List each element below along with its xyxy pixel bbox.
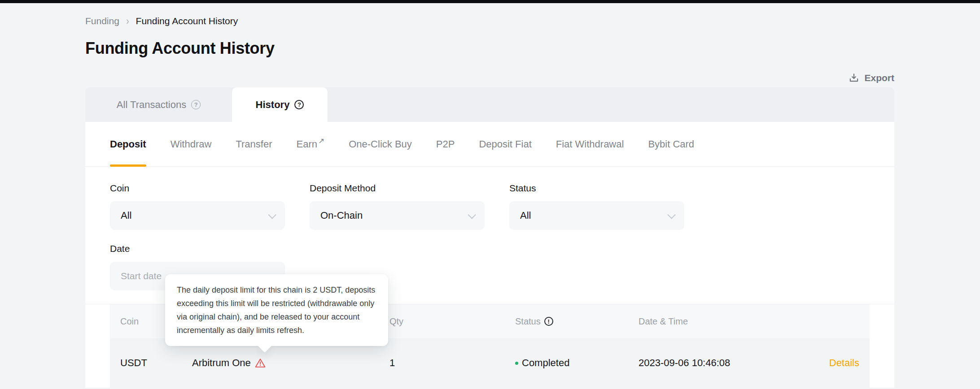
table-header-status-label: Status	[515, 316, 541, 327]
details-link[interactable]: Details	[829, 357, 859, 369]
subtab-deposit-fiat-label: Deposit Fiat	[479, 138, 531, 150]
title-row: Funding Account History	[85, 39, 894, 58]
table-header-datetime: Date & Time	[639, 316, 818, 327]
external-link-icon: ↗	[318, 136, 324, 146]
status-filter-label: Status	[509, 183, 684, 194]
export-button[interactable]: Export	[848, 72, 894, 84]
chevron-down-icon	[667, 211, 675, 219]
history-type-subtabs: Deposit Withdraw Transfer Earn ↗ One-Cli…	[85, 122, 894, 167]
tab-all-transactions-label: All Transactions	[117, 99, 186, 111]
chevron-down-icon	[468, 211, 476, 219]
status-info-icon[interactable]: !	[544, 317, 553, 326]
download-icon	[848, 72, 860, 84]
breadcrumb-funding-link[interactable]: Funding	[85, 16, 119, 26]
subtab-one-click-buy-label: One-Click Buy	[349, 138, 412, 150]
coin-select[interactable]: All	[110, 201, 285, 230]
tab-history[interactable]: History ?	[232, 87, 328, 122]
subtab-earn-label: Earn	[296, 138, 317, 150]
chevron-down-icon	[268, 211, 276, 219]
deposit-method-select[interactable]: On-Chain	[310, 201, 485, 230]
deposit-limit-tooltip: The daily deposit limit for this chain i…	[165, 274, 388, 346]
breadcrumb: Funding › Funding Account History	[85, 16, 894, 26]
export-label: Export	[864, 73, 894, 83]
subtab-deposit-label: Deposit	[110, 138, 146, 150]
cell-coin: USDT	[110, 357, 192, 369]
deposit-method-filter-group: Deposit Method On-Chain	[310, 183, 485, 230]
subtab-deposit[interactable]: Deposit	[110, 122, 146, 166]
deposit-limit-tooltip-text: The daily deposit limit for this chain i…	[177, 285, 375, 335]
deposit-method-select-value: On-Chain	[320, 210, 363, 221]
date-filter-label: Date	[110, 243, 870, 255]
subtab-transfer-label: Transfer	[236, 138, 272, 150]
cell-chain-label: Arbitrum One	[192, 357, 251, 369]
tab-history-label: History	[256, 99, 290, 111]
status-dot-icon	[515, 362, 518, 365]
subtab-withdraw-label: Withdraw	[171, 138, 212, 150]
top-nav-bar-edge	[0, 0, 980, 3]
filters: Coin All Deposit Method On-Chain Status	[85, 167, 894, 290]
help-circle-icon[interactable]: ?	[294, 100, 304, 109]
deposit-method-filter-label: Deposit Method	[310, 183, 485, 194]
history-panel: Deposit Withdraw Transfer Earn ↗ One-Cli…	[85, 122, 894, 388]
help-circle-icon[interactable]: ?	[191, 100, 201, 109]
coin-select-value: All	[121, 210, 131, 221]
subtab-bybit-card[interactable]: Bybit Card	[648, 122, 694, 166]
status-filter-group: Status All	[509, 183, 684, 230]
status-select-value: All	[520, 210, 531, 221]
subtab-earn[interactable]: Earn ↗	[296, 122, 324, 166]
breadcrumb-current: Funding Account History	[136, 16, 238, 26]
subtab-transfer[interactable]: Transfer	[236, 122, 272, 166]
breadcrumb-separator-icon: ›	[126, 15, 129, 27]
subtab-one-click-buy[interactable]: One-Click Buy	[349, 122, 412, 166]
page-title: Funding Account History	[85, 39, 894, 58]
table-header-qty: Qty	[389, 316, 515, 327]
tab-all-transactions[interactable]: All Transactions ?	[85, 87, 232, 122]
cell-chain: Arbitrum One	[192, 357, 389, 369]
account-tabs: All Transactions ? History ?	[85, 87, 894, 122]
subtab-withdraw[interactable]: Withdraw	[171, 122, 212, 166]
subtab-fiat-withdrawal-label: Fiat Withdrawal	[556, 138, 624, 150]
subtab-p2p-label: P2P	[436, 138, 455, 150]
subtab-p2p[interactable]: P2P	[436, 122, 455, 166]
coin-filter-label: Coin	[110, 183, 285, 194]
subtab-bybit-card-label: Bybit Card	[648, 138, 694, 150]
warning-triangle-icon[interactable]	[255, 358, 266, 368]
cell-status-label: Completed	[522, 357, 569, 369]
cell-datetime: 2023-09-06 10:46:08	[639, 357, 818, 369]
cell-status: Completed	[515, 357, 639, 369]
table-header-status: Status !	[515, 316, 639, 327]
subtab-fiat-withdrawal[interactable]: Fiat Withdrawal	[556, 122, 624, 166]
cell-qty: 1	[389, 357, 515, 369]
coin-filter-group: Coin All	[110, 183, 285, 230]
status-select[interactable]: All	[509, 201, 684, 230]
subtab-deposit-fiat[interactable]: Deposit Fiat	[479, 122, 531, 166]
